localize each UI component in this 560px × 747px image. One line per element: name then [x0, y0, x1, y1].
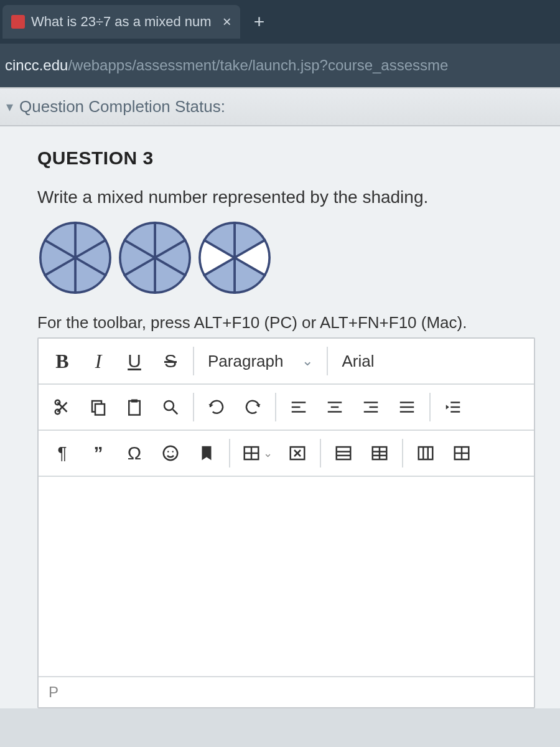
fraction-circle: [197, 220, 273, 296]
search-icon: [161, 398, 180, 416]
separator: [320, 439, 321, 467]
table-rows-icon: [334, 444, 353, 463]
delete-table-button[interactable]: [280, 436, 315, 471]
separator: [429, 393, 431, 421]
bookmark-icon: [197, 444, 216, 463]
toolbar-row-2: [39, 385, 534, 431]
table-col-after-button[interactable]: [444, 436, 479, 471]
clipboard-icon: [125, 398, 144, 416]
table-col-before-button[interactable]: [408, 436, 443, 471]
fraction-circles: [37, 220, 535, 296]
strikethrough-button[interactable]: S: [153, 344, 188, 378]
paste-button[interactable]: [117, 390, 152, 425]
editor-path: P: [49, 684, 58, 701]
indent-icon: [444, 398, 462, 416]
svg-point-23: [164, 446, 178, 461]
redo-button[interactable]: [235, 390, 270, 425]
toolbar-row-1: B I U S Paragraph ⌄ Arial: [39, 339, 534, 385]
chevron-down-icon: ⌄: [263, 446, 273, 460]
tab-favicon: [11, 15, 25, 29]
address-bar[interactable]: cincc.edu/webapps/assessment/take/launch…: [0, 44, 560, 87]
url-path: /webapps/assessment/take/launch.jsp?cour…: [68, 57, 448, 74]
chevron-down-icon: ⌄: [302, 353, 313, 369]
indent-button[interactable]: [436, 390, 470, 425]
align-justify-icon: [398, 398, 416, 416]
table-icon: [242, 444, 261, 463]
completion-status-label: Question Completion Status:: [19, 97, 225, 116]
separator: [193, 347, 194, 375]
separator: [275, 393, 276, 421]
editor-textarea[interactable]: [39, 477, 534, 676]
browser-tab-strip: What is 23÷7 as a mixed num × +: [0, 0, 560, 44]
undo-button[interactable]: [199, 390, 234, 425]
redo-icon: [243, 398, 262, 416]
align-left-icon: [289, 398, 308, 416]
underline-button[interactable]: U: [117, 344, 152, 378]
separator: [193, 393, 194, 421]
scissors-icon: [53, 398, 72, 416]
svg-line-7: [173, 410, 178, 415]
smiley-icon: [161, 444, 180, 463]
separator: [229, 439, 230, 467]
svg-point-25: [172, 451, 174, 453]
svg-point-6: [164, 401, 174, 410]
fraction-circle: [117, 220, 193, 296]
font-family-value: Arial: [342, 352, 374, 371]
copy-button[interactable]: [81, 390, 116, 425]
svg-point-24: [167, 451, 169, 453]
table-cols-icon: [416, 444, 435, 463]
table-rows-icon: [370, 444, 389, 463]
svg-rect-3: [95, 404, 105, 415]
paragraph-mark-button[interactable]: ¶: [45, 436, 80, 471]
editor-statusbar: P: [39, 676, 534, 707]
svg-rect-4: [129, 401, 140, 415]
svg-rect-5: [131, 400, 138, 403]
toolbar-row-3: ¶ ” Ω ⌄: [39, 431, 534, 477]
font-family-dropdown[interactable]: Arial: [333, 344, 445, 378]
separator: [402, 439, 403, 467]
undo-icon: [207, 398, 226, 416]
chevron-down-icon: ▾: [6, 99, 13, 115]
copy-icon: [89, 398, 108, 416]
table-delete-icon: [288, 444, 307, 463]
blockquote-button[interactable]: ”: [81, 436, 116, 471]
separator: [327, 347, 328, 375]
toolbar-hint: For the toolbar, press ALT+F10 (PC) or A…: [37, 313, 535, 332]
question-panel: QUESTION 3 Write a mixed number represen…: [0, 126, 560, 708]
italic-button[interactable]: I: [81, 344, 116, 378]
url-host: cincc.edu: [5, 57, 68, 74]
svg-rect-32: [337, 447, 351, 459]
cut-button[interactable]: [45, 390, 80, 425]
align-center-icon: [325, 398, 344, 416]
block-format-value: Paragraph: [208, 352, 283, 371]
new-tab-button[interactable]: +: [254, 11, 265, 32]
emoji-button[interactable]: [153, 436, 188, 471]
align-right-icon: [362, 398, 380, 416]
block-format-dropdown[interactable]: Paragraph ⌄: [199, 344, 322, 378]
align-right-button[interactable]: [353, 390, 388, 425]
insert-table-button[interactable]: ⌄: [235, 436, 279, 471]
completion-status-bar[interactable]: ▾ Question Completion Status:: [0, 87, 560, 126]
table-row-after-button[interactable]: [362, 436, 397, 471]
tab-title: What is 23÷7 as a mixed num: [31, 14, 212, 30]
align-left-button[interactable]: [281, 390, 316, 425]
svg-rect-39: [419, 447, 433, 459]
fraction-circle: [37, 220, 113, 296]
browser-tab[interactable]: What is 23÷7 as a mixed num ×: [2, 5, 240, 39]
question-prompt: Write a mixed number represented by the …: [37, 187, 535, 207]
align-justify-button[interactable]: [390, 390, 424, 425]
align-center-button[interactable]: [317, 390, 352, 425]
table-cols-icon: [452, 444, 471, 463]
special-char-button[interactable]: Ω: [117, 436, 152, 471]
find-button[interactable]: [153, 390, 188, 425]
anchor-button[interactable]: [189, 436, 224, 471]
table-row-before-button[interactable]: [326, 436, 361, 471]
rich-text-editor: B I U S Paragraph ⌄ Arial: [37, 337, 535, 708]
close-icon[interactable]: ×: [223, 13, 231, 31]
question-heading: QUESTION 3: [37, 148, 535, 169]
bold-button[interactable]: B: [45, 344, 80, 378]
